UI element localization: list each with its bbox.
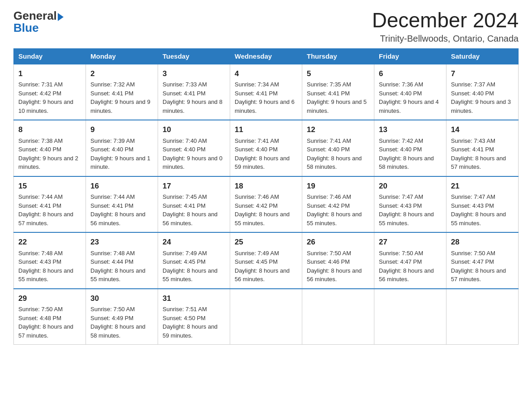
day-daylight: Daylight: 9 hours and 4 minutes. bbox=[379, 98, 439, 114]
day-sunrise: Sunrise: 7:44 AM bbox=[90, 193, 135, 200]
calendar-cell: 31 Sunrise: 7:51 AM Sunset: 4:50 PM Dayl… bbox=[158, 289, 230, 345]
day-sunrise: Sunrise: 7:50 AM bbox=[451, 250, 495, 257]
logo-arrow-icon bbox=[58, 13, 64, 21]
day-sunset: Sunset: 4:44 PM bbox=[90, 258, 133, 265]
day-number: 7 bbox=[451, 68, 514, 80]
day-sunset: Sunset: 4:41 PM bbox=[90, 90, 133, 97]
day-sunrise: Sunrise: 7:50 AM bbox=[18, 306, 63, 313]
day-daylight: Daylight: 8 hours and 55 minutes. bbox=[235, 211, 290, 227]
header-wednesday: Wednesday bbox=[230, 48, 302, 64]
calendar-table: Sunday Monday Tuesday Wednesday Thursday… bbox=[13, 48, 519, 345]
day-number: 6 bbox=[379, 68, 442, 80]
day-number: 10 bbox=[163, 124, 225, 136]
calendar-week-4: 22 Sunrise: 7:48 AM Sunset: 4:43 PM Dayl… bbox=[14, 232, 519, 289]
day-daylight: Daylight: 8 hours and 58 minutes. bbox=[307, 155, 362, 171]
day-daylight: Daylight: 9 hours and 5 minutes. bbox=[307, 98, 367, 114]
day-daylight: Daylight: 8 hours and 56 minutes. bbox=[235, 267, 290, 283]
day-sunset: Sunset: 4:43 PM bbox=[18, 258, 61, 265]
calendar-cell: 11 Sunrise: 7:41 AM Sunset: 4:40 PM Dayl… bbox=[230, 120, 302, 176]
calendar-cell bbox=[446, 289, 519, 345]
day-daylight: Daylight: 8 hours and 56 minutes. bbox=[163, 211, 218, 227]
calendar-cell: 22 Sunrise: 7:48 AM Sunset: 4:43 PM Dayl… bbox=[14, 232, 86, 289]
day-sunset: Sunset: 4:41 PM bbox=[163, 202, 206, 209]
day-sunset: Sunset: 4:41 PM bbox=[307, 90, 350, 97]
day-number: 27 bbox=[379, 236, 442, 248]
day-sunset: Sunset: 4:40 PM bbox=[235, 146, 278, 153]
day-daylight: Daylight: 8 hours and 58 minutes. bbox=[90, 323, 146, 339]
day-number: 25 bbox=[235, 236, 297, 248]
day-daylight: Daylight: 8 hours and 56 minutes. bbox=[379, 267, 434, 283]
calendar-cell bbox=[230, 289, 302, 345]
day-sunset: Sunset: 4:49 PM bbox=[90, 315, 133, 321]
day-sunrise: Sunrise: 7:39 AM bbox=[90, 137, 135, 144]
day-sunset: Sunset: 4:43 PM bbox=[379, 202, 422, 209]
calendar-cell: 25 Sunrise: 7:49 AM Sunset: 4:45 PM Dayl… bbox=[230, 232, 302, 289]
day-sunrise: Sunrise: 7:51 AM bbox=[163, 306, 207, 313]
calendar-week-2: 8 Sunrise: 7:38 AM Sunset: 4:40 PM Dayli… bbox=[14, 120, 519, 176]
day-sunset: Sunset: 4:46 PM bbox=[307, 258, 350, 265]
day-sunrise: Sunrise: 7:38 AM bbox=[18, 137, 63, 144]
day-daylight: Daylight: 8 hours and 59 minutes. bbox=[163, 323, 218, 339]
calendar-cell: 13 Sunrise: 7:42 AM Sunset: 4:40 PM Dayl… bbox=[374, 120, 446, 176]
calendar-cell: 12 Sunrise: 7:41 AM Sunset: 4:40 PM Dayl… bbox=[302, 120, 374, 176]
day-number: 13 bbox=[379, 124, 442, 136]
day-sunrise: Sunrise: 7:33 AM bbox=[163, 81, 207, 88]
day-daylight: Daylight: 8 hours and 56 minutes. bbox=[307, 267, 362, 283]
logo: General Blue bbox=[13, 9, 64, 35]
day-number: 19 bbox=[307, 180, 369, 192]
day-number: 23 bbox=[90, 236, 153, 248]
calendar-cell: 7 Sunrise: 7:37 AM Sunset: 4:40 PM Dayli… bbox=[446, 64, 519, 120]
header-sunday: Sunday bbox=[14, 48, 86, 64]
calendar-cell: 9 Sunrise: 7:39 AM Sunset: 4:40 PM Dayli… bbox=[86, 120, 158, 176]
day-sunrise: Sunrise: 7:32 AM bbox=[90, 81, 135, 88]
day-daylight: Daylight: 8 hours and 55 minutes. bbox=[163, 267, 218, 283]
day-sunset: Sunset: 4:42 PM bbox=[18, 90, 61, 97]
calendar-cell: 17 Sunrise: 7:45 AM Sunset: 4:41 PM Dayl… bbox=[158, 176, 230, 233]
calendar-cell: 2 Sunrise: 7:32 AM Sunset: 4:41 PM Dayli… bbox=[86, 64, 158, 120]
day-sunrise: Sunrise: 7:41 AM bbox=[307, 137, 351, 144]
calendar-cell: 1 Sunrise: 7:31 AM Sunset: 4:42 PM Dayli… bbox=[14, 64, 86, 120]
calendar-cell: 5 Sunrise: 7:35 AM Sunset: 4:41 PM Dayli… bbox=[302, 64, 374, 120]
day-sunrise: Sunrise: 7:40 AM bbox=[163, 137, 207, 144]
calendar-cell: 26 Sunrise: 7:50 AM Sunset: 4:46 PM Dayl… bbox=[302, 232, 374, 289]
location-subtitle: Trinity-Bellwoods, Ontario, Canada bbox=[372, 34, 519, 44]
day-sunrise: Sunrise: 7:44 AM bbox=[18, 193, 63, 200]
header-monday: Monday bbox=[86, 48, 158, 64]
day-number: 21 bbox=[451, 180, 514, 192]
day-sunset: Sunset: 4:43 PM bbox=[451, 202, 494, 209]
calendar-week-5: 29 Sunrise: 7:50 AM Sunset: 4:48 PM Dayl… bbox=[14, 289, 519, 345]
calendar-week-1: 1 Sunrise: 7:31 AM Sunset: 4:42 PM Dayli… bbox=[14, 64, 519, 120]
day-sunrise: Sunrise: 7:50 AM bbox=[379, 250, 423, 257]
day-number: 11 bbox=[235, 124, 297, 136]
day-number: 17 bbox=[163, 180, 225, 192]
day-daylight: Daylight: 8 hours and 58 minutes. bbox=[379, 155, 434, 171]
day-daylight: Daylight: 8 hours and 55 minutes. bbox=[451, 211, 506, 227]
day-number: 18 bbox=[235, 180, 297, 192]
month-year-title: December 2024 bbox=[372, 9, 519, 32]
day-sunrise: Sunrise: 7:47 AM bbox=[451, 193, 495, 200]
day-sunrise: Sunrise: 7:37 AM bbox=[451, 81, 495, 88]
calendar-cell: 24 Sunrise: 7:49 AM Sunset: 4:45 PM Dayl… bbox=[158, 232, 230, 289]
day-sunset: Sunset: 4:41 PM bbox=[18, 202, 61, 209]
day-sunset: Sunset: 4:47 PM bbox=[379, 258, 422, 265]
day-sunset: Sunset: 4:40 PM bbox=[90, 146, 133, 153]
calendar-week-3: 15 Sunrise: 7:44 AM Sunset: 4:41 PM Dayl… bbox=[14, 176, 519, 233]
day-sunrise: Sunrise: 7:48 AM bbox=[90, 250, 135, 257]
calendar-cell: 20 Sunrise: 7:47 AM Sunset: 4:43 PM Dayl… bbox=[374, 176, 446, 233]
day-daylight: Daylight: 8 hours and 57 minutes. bbox=[18, 323, 73, 339]
calendar-cell: 23 Sunrise: 7:48 AM Sunset: 4:44 PM Dayl… bbox=[86, 232, 158, 289]
day-sunrise: Sunrise: 7:48 AM bbox=[18, 250, 63, 257]
day-number: 29 bbox=[18, 293, 81, 304]
day-sunset: Sunset: 4:40 PM bbox=[307, 146, 350, 153]
calendar-cell: 15 Sunrise: 7:44 AM Sunset: 4:41 PM Dayl… bbox=[14, 176, 86, 233]
day-number: 5 bbox=[307, 68, 369, 80]
day-daylight: Daylight: 8 hours and 59 minutes. bbox=[235, 155, 290, 171]
day-daylight: Daylight: 8 hours and 57 minutes. bbox=[18, 211, 73, 227]
day-daylight: Daylight: 8 hours and 57 minutes. bbox=[451, 155, 506, 171]
header-friday: Friday bbox=[374, 48, 446, 64]
day-number: 30 bbox=[90, 293, 153, 304]
day-number: 20 bbox=[379, 180, 442, 192]
calendar-cell bbox=[302, 289, 374, 345]
day-daylight: Daylight: 8 hours and 57 minutes. bbox=[451, 267, 506, 283]
day-number: 12 bbox=[307, 124, 369, 136]
